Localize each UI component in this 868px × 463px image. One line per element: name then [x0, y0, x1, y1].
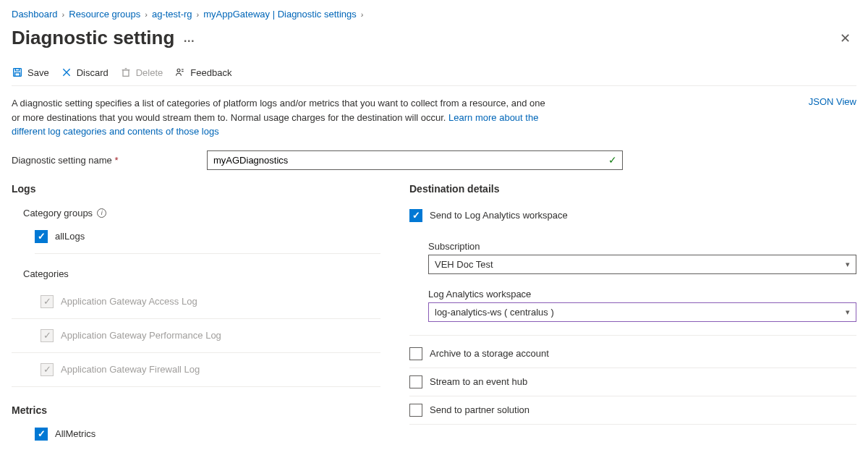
- category-checkbox: [41, 295, 54, 308]
- svg-point-8: [177, 69, 180, 72]
- log-analytics-label: Send to Log Analytics workspace: [430, 210, 568, 221]
- page-title-text: Diagnostic setting: [12, 27, 174, 49]
- category-groups-text: Category groups: [23, 208, 93, 218]
- subscription-value: VEH Doc Test: [435, 259, 493, 270]
- chevron-right-icon: ›: [197, 10, 200, 19]
- partner-label: Send to partner solution: [430, 404, 529, 415]
- divider: [35, 253, 380, 254]
- category-row: Application Gateway Performance Log: [12, 319, 380, 353]
- json-view-link[interactable]: JSON View: [809, 96, 856, 107]
- workspace-value: log-analytics-ws ( centralus ): [435, 307, 554, 318]
- close-icon[interactable]: ✕: [834, 27, 856, 49]
- chevron-right-icon: ›: [361, 10, 364, 19]
- workspace-block: Log Analytics workspace log-analytics-ws…: [409, 277, 856, 325]
- page-title: Diagnostic setting …: [12, 27, 195, 49]
- feedback-label: Feedback: [190, 67, 231, 78]
- subscription-block: Subscription VEH Doc Test ▾: [409, 229, 856, 277]
- partner-checkbox[interactable]: [409, 404, 422, 417]
- breadcrumb: Dashboard › Resource groups › ag-test-rg…: [12, 7, 856, 27]
- category-label: Application Gateway Performance Log: [61, 330, 221, 341]
- all-logs-label: allLogs: [55, 231, 85, 242]
- subscription-select[interactable]: VEH Doc Test ▾: [428, 255, 856, 274]
- destinations-column: Destination details Send to Log Analytic…: [409, 183, 856, 446]
- category-checkbox: [41, 363, 54, 376]
- save-button[interactable]: Save: [12, 67, 49, 78]
- category-row: Application Gateway Firewall Log: [12, 353, 380, 387]
- info-icon[interactable]: i: [97, 208, 106, 218]
- chevron-right-icon: ›: [62, 10, 65, 19]
- all-metrics-checkbox[interactable]: [35, 428, 48, 441]
- eventhub-checkbox[interactable]: [409, 375, 422, 388]
- svg-rect-5: [123, 70, 129, 77]
- all-logs-row: allLogs: [12, 224, 380, 249]
- workspace-label: Log Analytics workspace: [428, 281, 856, 302]
- subscription-label: Subscription: [428, 234, 856, 255]
- name-label-text: Diagnostic setting name: [12, 155, 112, 166]
- storage-label: Archive to a storage account: [430, 348, 549, 359]
- breadcrumb-item[interactable]: Resource groups: [69, 9, 140, 20]
- body-columns: Logs Category groups i allLogs Categorie…: [12, 183, 856, 446]
- logs-metrics-column: Logs Category groups i allLogs Categorie…: [12, 183, 380, 446]
- description-text: A diagnostic setting specifies a list of…: [12, 96, 547, 139]
- discard-button[interactable]: Discard: [61, 67, 109, 78]
- svg-rect-2: [15, 73, 20, 77]
- chevron-down-icon: ▾: [846, 307, 850, 317]
- storage-checkbox[interactable]: [409, 347, 422, 360]
- category-row: Application Gateway Access Log: [12, 285, 380, 319]
- required-indicator: *: [114, 155, 118, 166]
- all-logs-checkbox[interactable]: [35, 230, 48, 243]
- all-metrics-label: AllMetrics: [55, 428, 95, 439]
- chevron-down-icon: ▾: [846, 260, 850, 269]
- log-analytics-checkbox[interactable]: [409, 209, 422, 222]
- storage-row: Archive to a storage account: [409, 340, 856, 368]
- feedback-icon: [174, 67, 186, 78]
- delete-icon: [120, 67, 132, 78]
- name-field-label: Diagnostic setting name *: [12, 155, 192, 166]
- log-analytics-row: Send to Log Analytics workspace: [409, 202, 856, 229]
- delete-label: Delete: [136, 67, 163, 78]
- category-label: Application Gateway Firewall Log: [61, 364, 200, 375]
- name-input[interactable]: [207, 150, 623, 170]
- name-field-row: Diagnostic setting name * ✓: [12, 150, 856, 183]
- save-label: Save: [27, 67, 49, 78]
- delete-button: Delete: [120, 67, 163, 78]
- workspace-select[interactable]: log-analytics-ws ( centralus ) ▾: [428, 302, 856, 322]
- feedback-button[interactable]: Feedback: [174, 67, 231, 78]
- categories-label: Categories: [12, 258, 380, 285]
- description-row: A diagnostic setting specifies a list of…: [12, 86, 856, 150]
- category-groups-label: Category groups i: [12, 202, 380, 224]
- validation-check-icon: ✓: [608, 154, 617, 166]
- breadcrumb-item[interactable]: ag-test-rg: [152, 9, 192, 20]
- name-input-wrap: ✓: [207, 150, 623, 170]
- discard-icon: [61, 67, 72, 78]
- svg-rect-1: [15, 69, 19, 71]
- log-analytics-group: Send to Log Analytics workspace Subscrip…: [409, 202, 856, 336]
- category-checkbox: [41, 329, 54, 342]
- destinations-title: Destination details: [409, 183, 856, 202]
- category-label: Application Gateway Access Log: [61, 296, 197, 307]
- chevron-right-icon: ›: [145, 10, 148, 19]
- eventhub-label: Stream to an event hub: [430, 376, 527, 387]
- page-header: Diagnostic setting … ✕: [12, 27, 856, 62]
- save-icon: [12, 67, 23, 78]
- more-actions-icon[interactable]: …: [183, 32, 195, 45]
- partner-row: Send to partner solution: [409, 396, 856, 425]
- breadcrumb-item[interactable]: Dashboard: [12, 9, 58, 20]
- logs-title: Logs: [12, 183, 380, 202]
- discard-label: Discard: [77, 67, 109, 78]
- eventhub-row: Stream to an event hub: [409, 368, 856, 396]
- all-metrics-row: AllMetrics: [12, 422, 380, 446]
- command-bar: Save Discard Delete Feedback: [12, 62, 856, 86]
- metrics-title: Metrics: [12, 387, 380, 422]
- breadcrumb-item[interactable]: myAppGateway | Diagnostic settings: [203, 9, 356, 20]
